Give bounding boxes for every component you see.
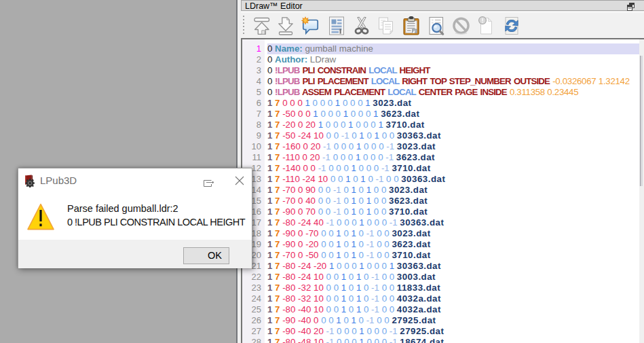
editor-line[interactable]: 1 7 -70 0 90 0 0 -1 0 1 0 1 0 0 3023.dat: [267, 185, 641, 196]
line-number: 6: [242, 98, 265, 109]
window-shade-icon[interactable]: [204, 177, 214, 184]
editor-line[interactable]: 0 Author: LDraw: [267, 54, 641, 65]
line-number: 25: [242, 304, 265, 315]
editor-line[interactable]: 1 7 -70 0 -50 0 0 1 0 1 0 -1 0 0 3710.da…: [267, 250, 641, 261]
lpub3d-logo-icon: [24, 175, 35, 187]
warning-triangle-icon: [27, 203, 54, 230]
editor-line[interactable]: 1 7 -80 -48 10 -1 0 0 0 1 0 0 0 -1 18674…: [267, 337, 641, 343]
panel-title: LDraw™ Editor: [245, 1, 303, 11]
refresh-redraw-icon[interactable]: [502, 16, 521, 35]
line-number: 10: [242, 141, 265, 152]
line-number: 8: [242, 120, 265, 130]
dialog-button-strip: OK: [18, 240, 252, 268]
editor-line[interactable]: 1 7 -110 -24 10 0 0 1 0 1 0 -1 0 0 30363…: [267, 174, 641, 185]
cancel-no-entry-icon: [452, 16, 471, 35]
line-number: 27: [242, 326, 265, 337]
update-upload-icon[interactable]: [252, 16, 271, 35]
float-window-icon[interactable]: [627, 1, 634, 10]
line-number: 26: [242, 315, 265, 326]
line-number: 9: [242, 130, 265, 141]
line-number: 22: [242, 272, 265, 283]
line-number: 3: [242, 65, 265, 76]
dialog-titlebar[interactable]: LPub3D: [18, 168, 252, 189]
app-root: LDraw™ Editor: [0, 0, 644, 343]
add-comment-icon[interactable]: [301, 16, 320, 35]
page-alert-icon: [476, 16, 495, 35]
editor-line[interactable]: 1 7 -110 0 20 -1 0 0 0 1 0 0 0 -1 3623.d…: [267, 152, 641, 163]
line-number: 5: [242, 87, 265, 98]
ldraw-text-editor[interactable]: 1234567891011121314151617181920212223242…: [241, 38, 644, 343]
ldraw-editor-panel: LDraw™ Editor: [241, 0, 644, 343]
cut-scissors-icon[interactable]: [352, 16, 371, 35]
line-number: 1: [242, 43, 265, 54]
editor-line[interactable]: 1 7 -50 0 0 1 0 0 0 1 0 0 0 1 3623.dat: [267, 109, 641, 120]
copy-pages-icon: [377, 16, 396, 35]
editor-line[interactable]: 1 7 -80 -32 10 0 0 1 0 1 0 -1 0 0 4032a.…: [267, 293, 641, 304]
editor-line[interactable]: 1 7 -90 -40 20 -1 0 0 0 1 0 0 0 -1 27925…: [267, 326, 641, 337]
panel-titlebar[interactable]: LDraw™ Editor: [241, 0, 644, 11]
line-number: 28: [242, 337, 265, 343]
editor-line[interactable]: 1 7 -160 0 20 -1 0 0 0 1 0 0 0 -1 3023.d…: [267, 141, 641, 152]
editor-toolbar: [241, 11, 644, 38]
select-content-icon[interactable]: [327, 16, 346, 35]
editor-line[interactable]: 1 7 -70 0 40 0 0 -1 0 1 0 1 0 0 3623.dat: [267, 196, 641, 206]
editor-line[interactable]: 1 7 0 0 0 1 0 0 0 1 0 0 0 1 3023.dat: [267, 98, 641, 109]
editor-line[interactable]: 1 7 -80 -24 40 -1 0 0 0 1 0 0 0 -1 30363…: [267, 217, 641, 228]
editor-line[interactable]: 1 7 -90 0 70 0 0 -1 0 1 0 1 0 0 3710.dat: [267, 206, 641, 217]
line-number: 7: [242, 109, 265, 120]
editor-line[interactable]: 1 7 -50 -24 10 0 0 -1 0 1 0 1 0 0 30363.…: [267, 130, 641, 141]
editor-line[interactable]: 0 !LPUB PLI PLACEMENT LOCAL RIGHT TOP ST…: [267, 76, 641, 87]
toolbar-drag-handle[interactable]: [243, 16, 244, 35]
dialog-message: Parse failed gumball.ldr:2 0 !LPUB PLI C…: [67, 202, 245, 229]
editor-line[interactable]: 1 7 -90 0 -20 0 0 1 0 1 0 -1 0 0 3623.da…: [267, 239, 641, 250]
dialog-title: LPub3D: [40, 175, 77, 186]
editor-line[interactable]: 1 7 -80 -24 -20 1 0 0 0 1 0 0 0 1 30363.…: [267, 261, 641, 272]
editor-line[interactable]: 1 7 -90 -40 0 0 0 1 0 1 0 -1 0 0 27925.d…: [267, 315, 641, 326]
line-number: 4: [242, 76, 265, 87]
editor-line[interactable]: 1 7 -20 0 20 1 0 0 0 1 0 0 0 1 3710.dat: [267, 120, 641, 130]
line-number: 24: [242, 293, 265, 304]
ok-button[interactable]: OK: [183, 247, 229, 264]
line-number: 2: [242, 54, 265, 65]
save-download-icon[interactable]: [276, 16, 295, 35]
editor-line[interactable]: 1 7 -80 -40 10 0 0 1 0 1 0 -1 0 0 4032a.…: [267, 304, 641, 315]
paste-clipboard-icon[interactable]: [402, 16, 421, 35]
line-number: 11: [242, 152, 265, 163]
vertical-scrollbar[interactable]: [639, 39, 644, 343]
editor-line[interactable]: 1 7 -80 -24 10 0 0 1 0 1 0 -1 0 0 3003.d…: [267, 272, 641, 283]
editor-line[interactable]: 0 Name: gumball machine: [267, 43, 641, 54]
line-number: 23: [242, 283, 265, 293]
parse-error-dialog: LPub3D Parse failed g: [18, 168, 252, 268]
code-area[interactable]: 0 Name: gumball machine0 Author: LDraw0 …: [265, 39, 641, 343]
editor-line[interactable]: 1 7 -140 0 0 -1 0 0 0 1 0 0 0 -1 3710.da…: [267, 163, 641, 174]
editor-line[interactable]: 1 7 -90 0 -70 0 0 1 0 1 0 -1 0 0 3023.da…: [267, 228, 641, 239]
close-icon[interactable]: [235, 176, 244, 185]
scrollbar-thumb[interactable]: [640, 56, 643, 186]
find-preview-icon[interactable]: [427, 16, 446, 35]
editor-line[interactable]: 0 !LPUB ASSEM PLACEMENT LOCAL CENTER PAG…: [267, 87, 641, 98]
editor-line[interactable]: 0 !LPUB PLI CONSTRAIN LOCAL HEIGHT: [267, 65, 641, 76]
editor-line[interactable]: 1 7 -80 -32 10 0 0 1 0 1 0 -1 0 0 11833.…: [267, 283, 641, 293]
